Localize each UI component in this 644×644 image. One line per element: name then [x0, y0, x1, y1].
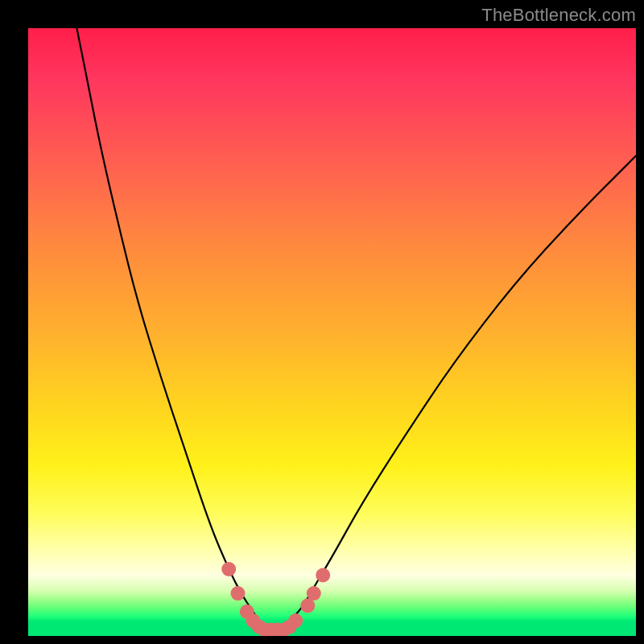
highlight-dots: [221, 562, 330, 636]
highlight-dot: [221, 562, 236, 576]
curve-layer: [28, 28, 636, 636]
bottleneck-curve: [76, 28, 636, 630]
highlight-dot: [316, 568, 330, 583]
highlight-dot: [288, 613, 303, 628]
chart-frame: TheBottleneck.com: [0, 0, 644, 644]
highlight-dot: [231, 586, 246, 601]
plot-area: [28, 28, 636, 636]
watermark-text: TheBottleneck.com: [481, 5, 636, 26]
highlight-dot: [307, 586, 321, 601]
